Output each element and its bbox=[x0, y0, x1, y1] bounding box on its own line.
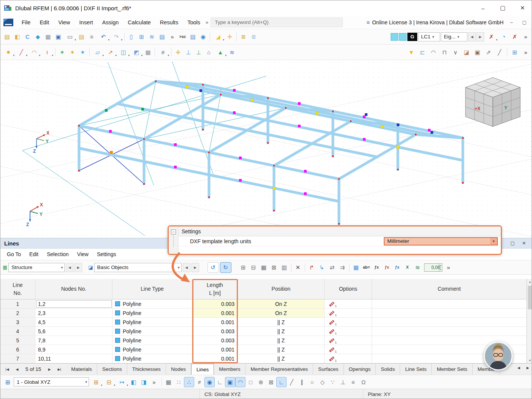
show-results-icon[interactable]: ◔ bbox=[499, 32, 509, 42]
objects-prev-button[interactable]: ◀ bbox=[183, 263, 190, 272]
report-view-icon[interactable]: ▤ ▾ bbox=[157, 32, 167, 42]
new-cs-icon[interactable]: ⊞ ▾ bbox=[90, 377, 103, 387]
panel-close-icon[interactable]: ✕ bbox=[519, 239, 529, 247]
panel-float-icon[interactable]: ▢ bbox=[508, 239, 517, 247]
scroll-up-icon[interactable]: ▲ bbox=[527, 279, 532, 285]
btoolbar-more-icon[interactable]: » ▾ bbox=[149, 377, 159, 387]
diagram-icon[interactable]: ≋ ▾ bbox=[147, 32, 157, 42]
parallel-snap-icon[interactable]: ∥ ▾ bbox=[297, 377, 307, 387]
move-cs-icon[interactable]: ↦ ▾ bbox=[116, 377, 128, 387]
printout-page-icon[interactable]: ▯ ▾ bbox=[126, 32, 136, 42]
corner-snap-icon[interactable]: ∟ ▾ bbox=[215, 377, 225, 387]
cell-position[interactable]: On Z bbox=[238, 309, 325, 318]
printout-report-icon[interactable]: ▤ ▾ bbox=[188, 32, 198, 42]
cell-options[interactable]: 1 bbox=[325, 318, 372, 327]
tab-lines[interactable]: Lines bbox=[191, 364, 214, 375]
cell-position[interactable]: || Z bbox=[238, 354, 325, 363]
cell-length[interactable]: 0.001 bbox=[192, 345, 238, 354]
prev-case-button[interactable]: ◀ bbox=[468, 32, 476, 41]
cell-length[interactable]: 0.001 bbox=[192, 354, 238, 363]
scale-icon[interactable]: >sc ▾ bbox=[177, 32, 188, 42]
filter-icon[interactable]: ▼ ▾ bbox=[406, 47, 416, 57]
cell-options[interactable]: 1 bbox=[325, 336, 372, 345]
note-icon[interactable]: ▤ ▾ bbox=[76, 32, 87, 42]
insert-object-icon[interactable]: ✛ ▾ bbox=[225, 32, 235, 42]
mirror-icon[interactable]: ◫ ▾ bbox=[117, 47, 130, 57]
fast-view-icon[interactable]: » ▾ bbox=[167, 32, 177, 42]
swap-rows-icon[interactable]: ⇄ ▾ bbox=[327, 262, 337, 272]
magnet-snap-icon[interactable]: Ω ▾ bbox=[358, 377, 369, 387]
viewport-3d[interactable]: +X Y X Y Z X Y bbox=[0, 60, 532, 238]
cash-icon[interactable]: ≋ ▾ bbox=[413, 262, 423, 272]
cell-options[interactable]: 1 bbox=[325, 309, 372, 318]
cell-line-no[interactable]: 7 bbox=[0, 354, 35, 363]
panel-minimize-icon[interactable]: – bbox=[507, 18, 516, 27]
connect-lines-icon[interactable]: # ▾ bbox=[157, 47, 169, 57]
ab-filter-icon[interactable]: ab= ▾ bbox=[361, 262, 372, 272]
lines-menu-selection[interactable]: Selection bbox=[43, 249, 73, 259]
sync-selection-icon[interactable]: ↻ bbox=[220, 262, 231, 273]
save-icon[interactable]: ▣ ▾ bbox=[53, 32, 63, 42]
new-polyline-icon[interactable]: ≀ ▾ bbox=[41, 47, 54, 57]
move-icon[interactable]: ↗ ▾ bbox=[104, 47, 117, 57]
tab-surfaces[interactable]: Surfaces bbox=[313, 364, 344, 375]
search-input[interactable] bbox=[211, 17, 343, 27]
move-row-up-icon[interactable]: ↱ ▾ bbox=[307, 262, 317, 272]
cell-nodes[interactable]: 8,9 bbox=[35, 345, 112, 354]
copy-icon[interactable]: ▱ ▾ bbox=[91, 47, 104, 57]
cell-nodes[interactable]: 2,3 bbox=[35, 309, 112, 318]
tab-line-sets[interactable]: Line Sets bbox=[400, 364, 432, 375]
cell-length[interactable]: 0.001 bbox=[192, 309, 238, 318]
lines-menu-view[interactable]: View bbox=[73, 249, 93, 259]
snap-line-icon[interactable]: ⊥ ▾ bbox=[183, 47, 193, 57]
cell-comment[interactable] bbox=[372, 299, 527, 309]
menu-assign[interactable]: Assign bbox=[98, 17, 124, 28]
value-spinner[interactable]: ▲▼ bbox=[439, 263, 442, 272]
menu-results[interactable]: Results bbox=[155, 17, 183, 28]
cell-line-no[interactable]: 1 bbox=[0, 299, 35, 309]
cell-line-no[interactable]: 6 bbox=[0, 345, 35, 354]
block-icon[interactable]: ▦ ▾ bbox=[143, 47, 153, 57]
lines-toolbar-overflow-icon[interactable]: » bbox=[443, 262, 454, 272]
eigenvalue-select[interactable]: Eig... ▾ bbox=[441, 32, 467, 41]
cell-length[interactable]: 0.003 bbox=[192, 299, 238, 309]
menu-overflow-icon[interactable]: » bbox=[205, 19, 211, 25]
snap-member-icon[interactable]: ⊥ ▾ bbox=[193, 47, 204, 57]
cell-line-type[interactable]: Polyline bbox=[112, 336, 192, 345]
guidelines-icon[interactable]: ≠ ▾ bbox=[194, 377, 204, 387]
new-node-icon[interactable]: ✷ ▾ bbox=[2, 47, 15, 57]
cell-comment[interactable] bbox=[372, 327, 527, 336]
maximize-button[interactable]: ▢ bbox=[493, 0, 513, 16]
new-member-icon[interactable]: ✶ ▾ bbox=[57, 47, 67, 57]
navigation-cube[interactable]: +X Y bbox=[466, 78, 520, 127]
minimize-button[interactable]: – bbox=[473, 0, 493, 16]
ortho-icon[interactable]: ∟ ▾ bbox=[276, 377, 287, 387]
menu-file[interactable]: File bbox=[17, 17, 35, 28]
coordinate-system-select[interactable]: 1 - Global XYZ ▾ bbox=[14, 377, 89, 386]
delete-all-icon[interactable]: ✕ ▾ bbox=[293, 262, 303, 272]
jump-to-model-icon[interactable]: ↺ bbox=[207, 262, 219, 273]
cell-options[interactable]: 1 bbox=[325, 327, 372, 336]
truss-generator-icon[interactable]: ▲ ▾ bbox=[214, 47, 227, 57]
model-cube-icon[interactable]: ◆ ▾ bbox=[33, 32, 43, 42]
cell-line-type[interactable]: Polyline bbox=[112, 327, 192, 336]
fx-icon[interactable]: ƒx ▾ bbox=[372, 262, 382, 272]
report-icon[interactable]: ≡ ▾ bbox=[87, 32, 97, 42]
load-case-select[interactable]: LC1 ▾ bbox=[418, 32, 440, 41]
cell-nodes[interactable]: 5,6 bbox=[35, 327, 112, 336]
objects-next-button[interactable]: ▶ bbox=[192, 263, 199, 272]
lines-menu-edit[interactable]: Edit bbox=[25, 249, 43, 259]
tab-solids[interactable]: Solids bbox=[376, 364, 400, 375]
length-units-select[interactable]: Millimeter ▾ bbox=[384, 237, 498, 245]
structure-prev-button[interactable]: ◀ bbox=[66, 263, 73, 272]
new-line-icon[interactable]: ╱ ▾ bbox=[15, 47, 28, 57]
gallery-icon[interactable]: ▦ ▾ bbox=[43, 32, 53, 42]
grid-points-icon[interactable]: ▣ ▾ bbox=[225, 377, 235, 387]
menu-calculate[interactable]: Calculate bbox=[123, 17, 155, 28]
cell-line-type[interactable]: Polyline bbox=[112, 309, 192, 318]
slope-tool-icon[interactable]: ╱ ▾ bbox=[494, 47, 505, 57]
tab-materials[interactable]: Materials bbox=[66, 364, 97, 375]
cell-nodes[interactable]: 7,8 bbox=[35, 336, 112, 345]
fx-delete-icon[interactable]: ƒx ▾ bbox=[382, 262, 392, 272]
cell-position[interactable]: || Z bbox=[238, 327, 325, 336]
